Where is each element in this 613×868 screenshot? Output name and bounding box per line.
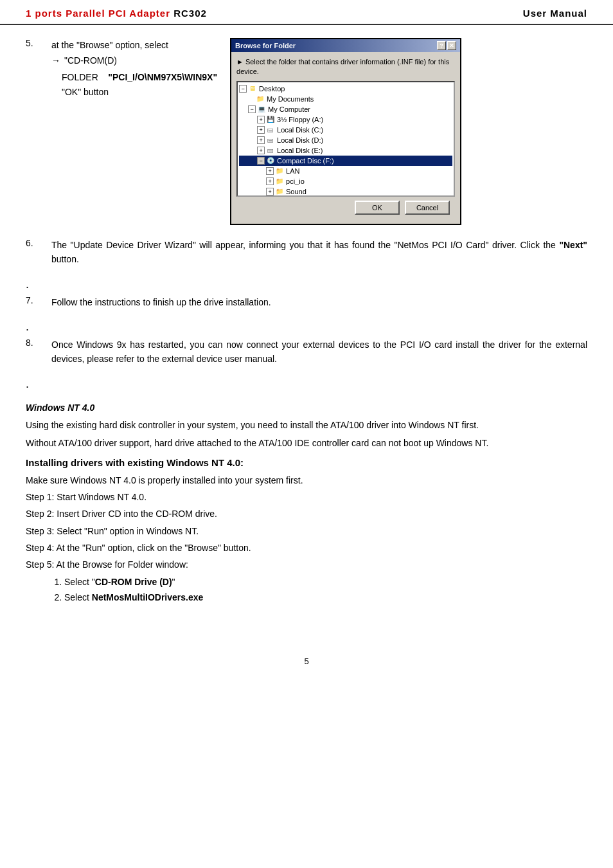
step-7-content: Follow the instructions to finish up the… (51, 295, 587, 309)
tree-label-lan: LAN (286, 167, 299, 175)
tree-label-floppy: 3½ Floppy (A:) (277, 116, 323, 123)
browse-for-folder-dialog: Browse for Folder ? ✕ ►Select the folder… (230, 38, 461, 225)
tree-item-local-d[interactable]: + 🖴 Local Disk (D:) (239, 135, 452, 145)
dialog-description: ►Select the folder that contains driver … (236, 57, 455, 77)
header-model: RC302 (173, 8, 207, 19)
step-6-end: button. (51, 254, 79, 264)
step-5-arrow-row: → "CD-ROM(D) (51, 53, 217, 69)
tree-item-cdrom-f[interactable]: − 💿 Compact Disc (F:) (239, 156, 452, 166)
cdrom-f-icon: 💿 (266, 156, 275, 165)
header-title-red: 1 ports Parallel PCI Adapter (26, 8, 170, 19)
tree-label-sound: Sound (286, 188, 306, 195)
tree-item-desktop[interactable]: − 🖥 Desktop (239, 84, 452, 94)
my-computer-icon: 💻 (257, 105, 266, 114)
step-5-folder-path: "PCI_I/O\NM97X5\WIN9X" (108, 72, 217, 82)
tree-item-local-e[interactable]: + 🖴 Local Disk (E:) (239, 145, 452, 156)
step-5-folder-label: FOLDER (62, 72, 98, 82)
sub-step-2: Select NetMosMultiIODrivers.exe (64, 590, 587, 606)
sub-step-1-bold: CD-ROM Drive (D) (95, 577, 172, 587)
my-documents-icon: 📁 (256, 95, 265, 104)
main-content: 5. at the "Browse" option, select → "CD-… (0, 38, 613, 637)
dialog-description-arrow: ► (236, 58, 244, 66)
dialog-question-btn[interactable]: ? (437, 41, 446, 50)
sound-icon: 📁 (275, 187, 284, 196)
step-5-section: 5. at the "Browse" option, select → "CD-… (26, 38, 587, 225)
expand-lan[interactable]: + (266, 167, 274, 175)
desktop-icon: 🖥 (248, 84, 257, 93)
lan-icon: 📁 (275, 167, 284, 176)
step-8-section: 8. Once Windows 9x has restarted, you ca… (26, 338, 587, 366)
dialog-title-controls: ? ✕ (437, 41, 456, 50)
dialog-buttons: OK Cancel (236, 197, 455, 219)
sub-steps-list: Select "CD-ROM Drive (D)" Select NetMosM… (64, 575, 587, 606)
header-right: User Manual (523, 8, 587, 19)
sub-step-2-bold: NetMosMultiIODrivers.exe (92, 592, 204, 602)
dialog-title-bar: Browse for Folder ? ✕ (231, 39, 460, 52)
cancel-button[interactable]: Cancel (405, 201, 450, 215)
expand-local-d[interactable]: + (257, 136, 265, 144)
local-c-icon: 🖴 (266, 125, 275, 134)
dot-separator-3: . (26, 378, 587, 390)
expand-local-c[interactable]: + (257, 126, 265, 134)
windows-nt-para2: Without ATA/100 driver support, hard dri… (26, 436, 587, 450)
tree-item-lan[interactable]: + 📁 LAN (239, 166, 452, 176)
step-5-number: 5. (26, 38, 51, 225)
page-number: 5 (0, 656, 613, 679)
tree-label-local-d: Local Disk (D:) (277, 136, 323, 144)
local-d-icon: 🖴 (266, 136, 275, 145)
page-header: 1 ports Parallel PCI Adapter RC302 User … (0, 0, 613, 25)
sub-step-1-text: Select " (64, 577, 95, 587)
windows-nt-section: Windows NT 4.0 Using the existing hard d… (26, 402, 587, 606)
step-8-content: Once Windows 9x has restarted, you can n… (51, 338, 587, 366)
step-6-text: The "Update Device Driver Wizard" will a… (51, 240, 556, 250)
tree-label-cdrom-f: Compact Disc (F:) (277, 157, 334, 165)
expand-my-computer[interactable]: − (248, 105, 256, 113)
tree-label-desktop: Desktop (259, 85, 285, 93)
dialog-tree[interactable]: − 🖥 Desktop 📁 My Documents (236, 81, 455, 197)
header-title: 1 ports Parallel PCI Adapter RC302 (26, 8, 207, 19)
tree-label-local-c: Local Disk (C:) (277, 126, 323, 134)
sub-step-1-end: " (172, 577, 175, 587)
step-5-content: at the "Browse" option, select → "CD-ROM… (51, 38, 587, 225)
step-5-ok: "OK" button (62, 85, 217, 100)
tree-item-local-c[interactable]: + 🖴 Local Disk (C:) (239, 125, 452, 135)
dot-separator-1: . (26, 278, 587, 290)
expand-cdrom-f[interactable]: − (257, 157, 265, 165)
expand-sound[interactable]: + (266, 188, 274, 195)
dialog-body: ►Select the folder that contains driver … (231, 52, 460, 224)
expand-pci-io[interactable]: + (266, 177, 274, 185)
nt-step-5: Step 5: At the Browse for Folder window: (26, 557, 587, 572)
pci-io-icon: 📁 (275, 177, 284, 186)
make-sure-text: Make sure Windows NT 4.0 is properly ins… (26, 473, 587, 487)
step-5-text-block: at the "Browse" option, select → "CD-ROM… (51, 38, 217, 100)
ok-button[interactable]: OK (355, 201, 400, 215)
step-5-folder: FOLDER "PCI_I/O\NM97X5\WIN9X" (62, 70, 217, 86)
floppy-icon: 💾 (266, 115, 275, 124)
tree-item-floppy[interactable]: + 💾 3½ Floppy (A:) (239, 114, 452, 125)
expand-desktop[interactable]: − (239, 85, 247, 93)
expand-floppy[interactable]: + (257, 116, 265, 123)
sub-step-1: Select "CD-ROM Drive (D)" (64, 575, 587, 590)
step-5-pre-text: at the "Browse" option, select (51, 38, 217, 53)
nt-step-3: Step 3: Select "Run" option in Windows N… (26, 524, 587, 538)
dot-separator-2: . (26, 321, 587, 332)
tree-label-local-e: Local Disk (E:) (277, 147, 323, 154)
tree-item-my-computer[interactable]: − 💻 My Computer (239, 104, 452, 114)
tree-label-my-computer: My Computer (268, 105, 310, 113)
tree-item-sound[interactable]: + 📁 Sound (239, 186, 452, 197)
local-e-icon: 🖴 (266, 146, 275, 155)
page-container: 1 ports Parallel PCI Adapter RC302 User … (0, 0, 613, 868)
dialog-close-btn[interactable]: ✕ (447, 41, 456, 50)
step-6-number: 6. (26, 238, 51, 267)
sub-step-2-text: Select (64, 592, 92, 602)
arrow-symbol: → (51, 53, 60, 69)
tree-item-pci-io[interactable]: + 📁 pci_io (239, 176, 452, 186)
windows-nt-title: Windows NT 4.0 (26, 402, 587, 413)
step-8-number: 8. (26, 338, 51, 366)
windows-nt-para1: Using the existing hard disk controller … (26, 418, 587, 432)
step-5-layout: at the "Browse" option, select → "CD-ROM… (51, 38, 587, 225)
nt-step-2: Step 2: Insert Driver CD into the CD-ROM… (26, 507, 587, 521)
tree-item-my-documents[interactable]: 📁 My Documents (239, 94, 452, 104)
expand-local-e[interactable]: + (257, 147, 265, 154)
tree-label-my-documents: My Documents (267, 95, 314, 103)
